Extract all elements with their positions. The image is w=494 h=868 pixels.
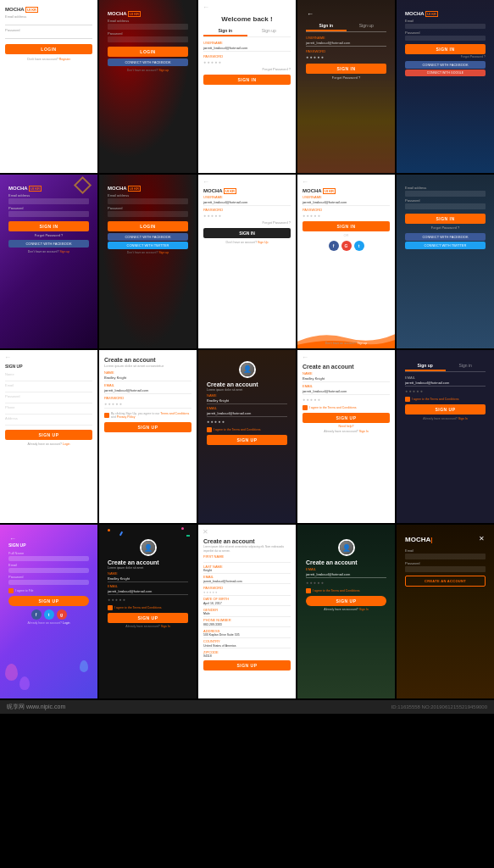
- name-label-r3c2: NAME: [104, 370, 191, 375]
- fb-social-r2c4[interactable]: f: [329, 241, 339, 251]
- firstname-input-r4c3[interactable]: [203, 559, 291, 563]
- card-r1c5: MOCHA UI KR Email Password SIGN IN Forgo…: [397, 0, 494, 173]
- tab-signin-r1c3[interactable]: Sign in: [203, 26, 247, 36]
- register-r2c4: Don't have an account? Sign up: [325, 342, 368, 345]
- tab-signup-r1c3[interactable]: Sign up: [247, 26, 291, 36]
- signup-btn-r3c2[interactable]: SIGN UP: [104, 422, 191, 432]
- addr-input-r3c1[interactable]: [5, 421, 92, 426]
- name-input-r3c1[interactable]: [5, 377, 92, 381]
- email-value-r4c2: jarrett_brakcud@hotmail.com: [108, 589, 188, 593]
- card-r2c5: Email address Password SIGN IN Forgot Pa…: [397, 175, 494, 348]
- back-arrow-r3c1[interactable]: ←: [4, 353, 11, 361]
- checkbox-r4c1[interactable]: [8, 588, 14, 593]
- login-btn-r2c2[interactable]: LOGIN: [108, 221, 188, 231]
- email-input-r2c5[interactable]: [405, 191, 486, 197]
- signup-btn-r3c1[interactable]: SIGN UP: [5, 430, 92, 440]
- fb-social-r4c1[interactable]: f: [31, 609, 42, 620]
- fb-btn-r2c1[interactable]: CONNECT WITH FACEBOOK: [8, 240, 89, 248]
- signup-btn-r3c4[interactable]: SIGN UP: [303, 413, 390, 423]
- checkbox-r4c4[interactable]: [306, 588, 311, 593]
- email-input-r1c5[interactable]: [405, 24, 486, 29]
- checkbox-r3c5[interactable]: [405, 397, 410, 402]
- pass-input-r1c1[interactable]: [5, 34, 92, 39]
- login-btn-r1c2[interactable]: LOGIN: [108, 47, 188, 57]
- tab-signin-r1c4[interactable]: Sign in: [306, 21, 347, 31]
- email-input-r2c2[interactable]: [108, 198, 188, 204]
- email-input-r4c5[interactable]: [405, 554, 486, 559]
- back-arrow-r3c4[interactable]: ←: [302, 353, 308, 361]
- back-arrow-r2c4[interactable]: ←: [302, 178, 308, 186]
- signup-btn-r4c1[interactable]: SIGN UP: [8, 596, 89, 606]
- tw-social-r2c4[interactable]: t: [354, 241, 364, 251]
- pass-input-r2c2[interactable]: [108, 211, 188, 217]
- pass-input-r1c5[interactable]: [405, 36, 486, 41]
- forgot-r1c4[interactable]: Forgot Password ?: [332, 75, 361, 80]
- forgot-r2c1[interactable]: Forgot Password ?: [35, 233, 64, 237]
- signin-btn-r1c4[interactable]: SIGN IN: [306, 64, 386, 74]
- pass-input-r4c1[interactable]: [8, 580, 89, 585]
- signup-btn-r4c4[interactable]: SIGN UP: [306, 596, 386, 606]
- fb-btn-r1c5[interactable]: CONNECT WITH FACEBOOK: [405, 61, 486, 69]
- forgot-r1c5[interactable]: Forgot Password ?: [405, 55, 486, 58]
- name-input-r4c1[interactable]: [8, 556, 89, 561]
- google-btn-r1c5[interactable]: CONNECT WITH GOOGLE: [405, 70, 486, 76]
- pass-input-r2c1[interactable]: [8, 211, 89, 217]
- checkbox-r3c3[interactable]: [207, 427, 212, 432]
- fb-btn-r2c5[interactable]: CONNECT WITH FACEBOOK: [405, 233, 486, 241]
- tab-signup-r3c5[interactable]: Sign up: [405, 361, 446, 371]
- signup-btn-r3c5[interactable]: SIGN UP: [405, 404, 486, 415]
- g-social-r4c1[interactable]: g: [57, 609, 67, 620]
- email-label-r4c1: Email: [8, 563, 89, 567]
- signin-btn-r2c1[interactable]: SIGN IN: [8, 221, 89, 231]
- pass-input-r3c1[interactable]: [5, 399, 92, 403]
- tw-social-r4c1[interactable]: t: [44, 609, 54, 620]
- signin-btn-r2c4[interactable]: SIGN IN: [303, 221, 390, 231]
- pass-input-r2c5[interactable]: [405, 203, 486, 209]
- tab-signin-r3c5[interactable]: Sign in: [446, 361, 486, 371]
- g-social-r2c4[interactable]: G: [341, 241, 352, 251]
- avatar-r3c3: 👤: [239, 361, 256, 378]
- email-input-r1c2[interactable]: [108, 24, 188, 30]
- email-input-r1c1[interactable]: [5, 20, 92, 25]
- signup-btn-r4c2[interactable]: SIGN UP: [108, 613, 188, 623]
- close-icon-r4c3[interactable]: ✕: [203, 528, 208, 536]
- signup-btn-r4c3[interactable]: SIGN UP: [203, 660, 291, 670]
- checkbox-r3c4[interactable]: [303, 405, 308, 410]
- fb-btn-r2c2[interactable]: CONNECT WITH FACEBOOK: [108, 233, 188, 241]
- email-label-r1c5: Email: [405, 19, 486, 23]
- card-r1c2: MOCHA UI KR Email address Password LOGIN…: [99, 0, 197, 173]
- create-btn-r4c5[interactable]: CREATE AN ACCOUNT: [405, 576, 486, 587]
- back-arrow-r4c1[interactable]: ←: [9, 535, 16, 542]
- card-r3c4: ← Create an account NAME Bradley Knight …: [297, 350, 395, 523]
- tw-btn-r2c2[interactable]: CONNECT WITH TWITTER: [108, 242, 188, 249]
- tw-btn-r2c5[interactable]: CONNECT WITH TWITTER: [405, 242, 486, 249]
- login-btn-r1c1[interactable]: LOGIN: [5, 44, 92, 54]
- user-label-r2c3: USERNAME: [203, 195, 291, 199]
- checkbox-r4c2[interactable]: [108, 605, 113, 610]
- checkbox-row-r4c1: I agree to File: [8, 588, 89, 593]
- signin-btn-r1c5[interactable]: SIGN IN: [405, 44, 486, 54]
- phone-input-r3c1[interactable]: [5, 410, 92, 415]
- checkbox-r3c2[interactable]: [104, 413, 109, 418]
- back-arrow-r1c4[interactable]: ←: [307, 10, 314, 18]
- signin-btn-r2c5[interactable]: SIGN IN: [405, 214, 486, 224]
- tab-signup-r1c4[interactable]: Sign up: [347, 21, 387, 31]
- back-arrow-r1c3[interactable]: ←: [203, 3, 209, 11]
- close-icon-r4c5[interactable]: ✕: [479, 535, 485, 542]
- back-arrow-r2c3[interactable]: ←: [203, 178, 209, 186]
- email-input-r4c1[interactable]: [8, 568, 89, 573]
- email-input-r2c1[interactable]: [8, 198, 89, 204]
- facebook-btn-r1c2[interactable]: CONNECT WITH FACEBOOK: [108, 58, 188, 66]
- logo-r2c1: MOCHA UI KR: [8, 186, 89, 191]
- email-input-r3c1[interactable]: [5, 388, 92, 392]
- pass-input-r4c5[interactable]: [405, 566, 486, 572]
- pass-dots-r1c4: ● ● ● ● ●: [306, 54, 386, 59]
- signin-btn-r1c3[interactable]: SIGN IN: [203, 75, 291, 85]
- forgot-r2c5[interactable]: Forgot Password ?: [431, 225, 460, 230]
- pass-input-r1c2[interactable]: [108, 36, 188, 42]
- forgot-r2c3[interactable]: Forgot Password ?: [203, 220, 291, 225]
- need-help-r3c4[interactable]: Need help?: [339, 425, 354, 428]
- forgot-r1c3[interactable]: Forgot Password ?: [203, 67, 291, 71]
- signup-btn-r3c3[interactable]: SIGN UP: [207, 435, 287, 445]
- signin-btn-r2c3[interactable]: SIGN IN: [203, 228, 291, 238]
